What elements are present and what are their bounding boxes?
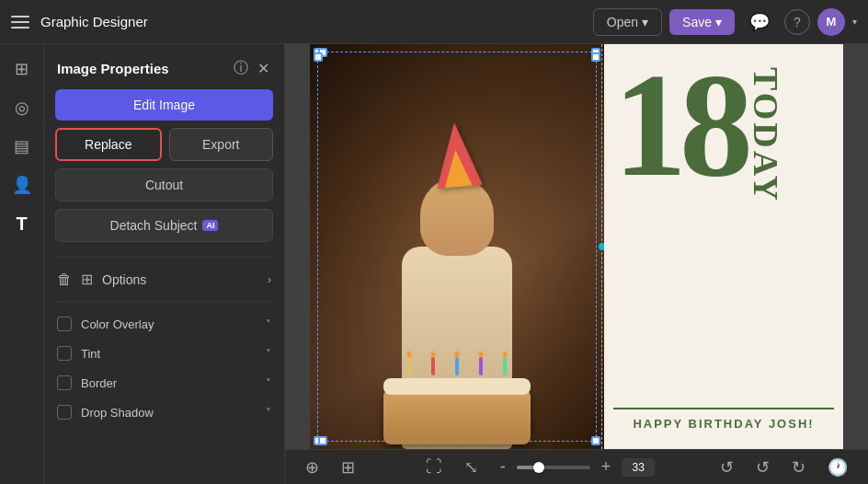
photo-section: [310, 44, 604, 449]
panel-header: Image Properties ⓘ ✕: [44, 44, 284, 89]
panel-header-icons: ⓘ ✕: [232, 57, 271, 80]
history-button[interactable]: 🕐: [822, 454, 853, 481]
grid-view-button[interactable]: ⊞: [336, 454, 360, 481]
main-area: ⊞ ◎ ▤ 👤 T Image Properties ⓘ ✕ Edit Imag…: [0, 44, 868, 484]
edit-image-button[interactable]: Edit Image: [55, 89, 273, 121]
cutout-button[interactable]: Cutout: [55, 168, 273, 202]
sidebar-icon-shapes[interactable]: ◎: [5, 90, 40, 125]
save-chevron-icon: ▾: [715, 15, 722, 29]
grid-arrange-icon[interactable]: ⊞: [81, 271, 93, 288]
panel-divider-2: [55, 301, 273, 302]
replace-export-row: Replace Export: [55, 128, 273, 161]
panel-divider: [55, 257, 273, 258]
canvas-container: 18 TODAY HAPPY BIRTHDAY JOSH!: [285, 44, 868, 449]
zoom-slider[interactable]: [517, 466, 590, 469]
tint-chevron-icon: ˅: [266, 348, 271, 360]
effect-color-overlay[interactable]: Color Overlay ˅: [44, 309, 284, 339]
zoom-value: 33: [622, 458, 655, 477]
trash-icon[interactable]: 🗑: [57, 271, 72, 288]
sidebar-icon-people[interactable]: 👤: [5, 167, 40, 202]
detach-button[interactable]: Detach Subject AI: [55, 209, 273, 242]
menu-icon[interactable]: [11, 16, 29, 29]
effect-border[interactable]: Border ˅: [44, 368, 284, 398]
avatar[interactable]: M: [817, 8, 845, 36]
effect-tint[interactable]: Tint ˅: [44, 339, 284, 368]
color-overlay-label: Color Overlay: [81, 317, 257, 331]
app-title: Graphic Designer: [40, 14, 582, 29]
border-label: Border: [81, 376, 257, 390]
tint-checkbox[interactable]: [57, 346, 72, 361]
sidebar-icon-text[interactable]: T: [5, 206, 40, 241]
drop-shadow-checkbox[interactable]: [57, 405, 72, 420]
zoom-fit-button[interactable]: ⤡: [459, 454, 484, 481]
card-today-text: TODAY: [746, 67, 786, 203]
zoom-control: - + 33: [495, 455, 656, 478]
replace-button[interactable]: Replace: [55, 128, 162, 161]
zoom-slider-thumb[interactable]: [533, 462, 544, 473]
undo-button[interactable]: ↺: [750, 454, 775, 481]
canvas-area: 18 TODAY HAPPY BIRTHDAY JOSH!: [285, 44, 868, 484]
topbar-actions: Open ▾ Save ▾ 💬 ? M ▾: [593, 8, 857, 36]
sidebar-icon-grid[interactable]: ⊞: [5, 52, 40, 86]
tint-label: Tint: [81, 347, 257, 361]
fit-screen-button[interactable]: ⛶: [420, 454, 448, 480]
redo-button[interactable]: ↻: [786, 454, 811, 481]
color-overlay-checkbox[interactable]: [57, 317, 72, 331]
color-overlay-chevron-icon: ˅: [266, 318, 271, 330]
panel-title: Image Properties: [57, 61, 169, 76]
border-chevron-icon: ˅: [266, 377, 271, 389]
border-checkbox[interactable]: [57, 375, 72, 390]
avatar-chevron-icon: ▾: [852, 17, 857, 27]
export-button[interactable]: Export: [169, 128, 274, 161]
open-chevron-icon: ▾: [642, 15, 648, 29]
options-row: 🗑 ⊞ Options ›: [44, 265, 284, 294]
card-message: HAPPY BIRTHDAY JOSH!: [613, 417, 834, 431]
options-chevron-icon: ›: [268, 273, 271, 286]
sidebar-icon-layers[interactable]: ▤: [5, 129, 40, 164]
card-bottom: HAPPY BIRTHDAY JOSH!: [613, 408, 834, 431]
properties-panel: Image Properties ⓘ ✕ Edit Image Replace …: [44, 44, 285, 484]
open-button[interactable]: Open ▾: [593, 8, 662, 36]
zoom-minus-button[interactable]: -: [495, 455, 511, 478]
options-label: Options: [102, 272, 258, 287]
layers-view-button[interactable]: ⊕: [300, 454, 325, 481]
drop-shadow-label: Drop Shadow: [81, 406, 257, 420]
zoom-plus-button[interactable]: +: [596, 455, 617, 478]
left-sidebar: ⊞ ◎ ▤ 👤 T: [0, 44, 44, 484]
bottom-toolbar: ⊕ ⊞ ⛶ ⤡ - + 33 ↺ ↺ ↻ 🕐: [285, 449, 868, 484]
effect-drop-shadow[interactable]: Drop Shadow ˅: [44, 398, 284, 427]
topbar: Graphic Designer Open ▾ Save ▾ 💬 ? M ▾: [0, 0, 868, 44]
panel-info-icon[interactable]: ⓘ: [232, 57, 250, 80]
chat-icon-button[interactable]: 💬: [742, 8, 777, 36]
card-right-section: 18 TODAY HAPPY BIRTHDAY JOSH!: [604, 44, 843, 449]
ai-badge: AI: [202, 220, 218, 231]
help-icon-button[interactable]: ?: [784, 9, 810, 35]
save-button[interactable]: Save ▾: [669, 9, 735, 35]
design-canvas[interactable]: 18 TODAY HAPPY BIRTHDAY JOSH!: [310, 44, 843, 449]
drop-shadow-chevron-icon: ˅: [266, 407, 271, 419]
card-number: 18: [613, 63, 746, 188]
refresh-icon-button[interactable]: ↺: [714, 454, 739, 481]
panel-close-icon[interactable]: ✕: [256, 58, 271, 79]
